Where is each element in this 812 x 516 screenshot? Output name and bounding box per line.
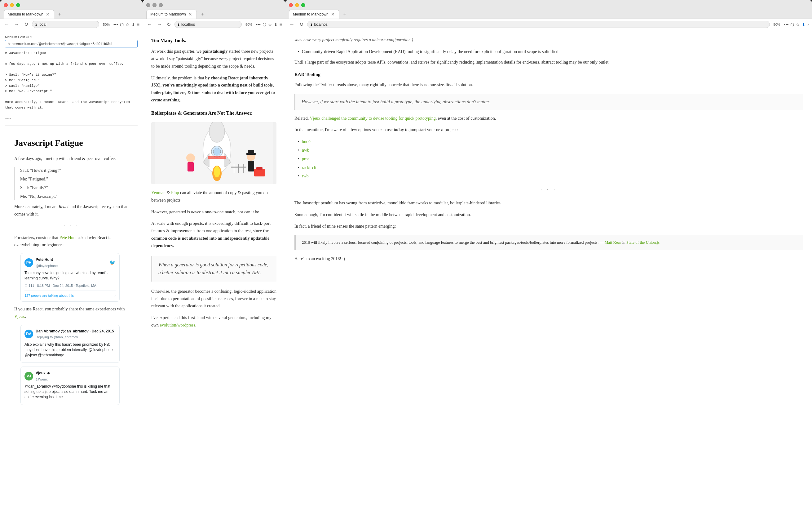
back-button[interactable]: ← bbox=[3, 21, 10, 28]
address-text-right: localhos bbox=[314, 22, 766, 27]
close-button[interactable] bbox=[4, 3, 8, 7]
budo-link[interactable]: budō bbox=[302, 139, 311, 144]
back-button-mid[interactable]: ← bbox=[146, 21, 153, 28]
prot-link[interactable]: prot bbox=[302, 157, 309, 161]
new-tab-button-right[interactable]: + bbox=[341, 10, 349, 19]
address-bar[interactable]: ℹ local bbox=[32, 21, 99, 28]
download-icon-mid[interactable]: ⬇ bbox=[274, 22, 278, 27]
tweet-dan-user: DA Dan Abramov @dan_abramov · Dec 24, 20… bbox=[25, 328, 114, 340]
tweet-pete-hunt: PH Pete Hunt @floydophone 🐦 Too many new… bbox=[21, 253, 120, 302]
yeoman-link[interactable]: Yeoman bbox=[151, 190, 166, 195]
tweet-talking[interactable]: 127 people are talking about this bbox=[25, 293, 74, 299]
tweet-vjeux-info: Vjeux ☻ @Vjeux bbox=[36, 370, 51, 382]
tweet-more-icon[interactable]: › bbox=[114, 293, 116, 299]
more-icon-right[interactable]: ••• bbox=[784, 22, 789, 27]
maximize-button-mid[interactable] bbox=[159, 3, 163, 7]
pocket-icon-mid[interactable]: ⬡ bbox=[262, 22, 266, 27]
refresh-button[interactable]: ↻ bbox=[23, 21, 29, 28]
url-input[interactable] bbox=[5, 40, 138, 48]
plop-link[interactable]: Plop bbox=[171, 190, 179, 195]
tab-close-icon-right[interactable]: ✕ bbox=[330, 12, 335, 17]
browser-window-left: Medium to Markdown ✕ + ← → ↻ ℹ local 50%… bbox=[0, 0, 143, 516]
svg-rect-20 bbox=[254, 169, 265, 176]
minimize-button[interactable] bbox=[10, 3, 14, 7]
address-bar-right[interactable]: ℹ localhos bbox=[307, 21, 770, 28]
maximize-button[interactable] bbox=[16, 3, 20, 7]
tab-close-icon[interactable]: ✕ bbox=[45, 12, 50, 17]
forward-button-mid[interactable]: → bbox=[155, 21, 163, 28]
rwb-link[interactable]: rwb bbox=[302, 174, 309, 178]
dots-separator-right: · · · bbox=[294, 185, 803, 194]
more-icon-mid[interactable]: ••• bbox=[256, 22, 261, 27]
forward-button[interactable]: → bbox=[13, 21, 21, 28]
download-icon-right[interactable]: ⬇ bbox=[802, 22, 806, 27]
zoom-level: 50% bbox=[102, 23, 111, 26]
refresh-button-right[interactable]: ↻ bbox=[298, 21, 304, 28]
tweet-vjeux-handle: @Vjeux bbox=[36, 377, 51, 382]
star-icon-right[interactable]: ☆ bbox=[796, 22, 800, 27]
minimize-button-mid[interactable] bbox=[152, 3, 156, 7]
vjeux-challenged-link[interactable]: Vjeux challenged the community to devise… bbox=[310, 116, 436, 120]
content-mid[interactable]: Too Many Tools. At work this past quarte… bbox=[143, 30, 285, 516]
tweet-avatar-dan: DA bbox=[25, 330, 33, 338]
title-bar-right: Medium to Markdown ✕ + bbox=[285, 0, 812, 19]
tweet-dan-reply: Replying to @dan_abramov bbox=[36, 334, 114, 340]
rackt-cli-link[interactable]: rackt-cli bbox=[302, 165, 316, 170]
svg-rect-14 bbox=[246, 153, 256, 155]
pete-hunt-link[interactable]: Pete Hunt bbox=[59, 235, 77, 240]
pocket-icon-right[interactable]: ⬡ bbox=[790, 22, 794, 27]
vjeux-intro: If you use React, you probably share the… bbox=[14, 305, 128, 320]
state-of-union-link[interactable]: State of the Union.js bbox=[626, 240, 660, 245]
refresh-button-mid[interactable]: ↻ bbox=[166, 21, 172, 28]
article-preview: Javascript Fatigue A few days ago, I met… bbox=[5, 129, 138, 415]
tab-medium-markdown-mid[interactable]: Medium to Markdown ✕ bbox=[146, 9, 197, 19]
download-icon[interactable]: ⬇ bbox=[132, 22, 135, 27]
following-twitter-p: Following the Twitter threads above, man… bbox=[294, 81, 803, 89]
soon-p: Soon enough, I'm confident it will settl… bbox=[294, 211, 803, 219]
community-rad-list: Community-driven Rapid Application Devel… bbox=[297, 48, 803, 55]
tweet-name: Pete Hunt bbox=[36, 256, 58, 263]
matt-keas-link[interactable]: Matt Keas bbox=[605, 240, 621, 245]
content-right[interactable]: somehow every project magically requires… bbox=[285, 30, 812, 516]
minimize-button-right[interactable] bbox=[295, 3, 299, 7]
menu-icon-right[interactable]: › bbox=[807, 22, 809, 27]
tab-medium-markdown[interactable]: Medium to Markdown ✕ bbox=[4, 9, 54, 19]
evolution-wordpress-link[interactable]: evolution/wordpress bbox=[160, 323, 195, 327]
tabs-row: Medium to Markdown ✕ + bbox=[4, 9, 139, 19]
browser-window-right: Medium to Markdown ✕ + ← ↻ ℹ localhos 50… bbox=[285, 0, 812, 516]
close-button-mid[interactable] bbox=[146, 3, 150, 7]
tabs-row-right: Medium to Markdown ✕ + bbox=[289, 9, 808, 19]
article-blockquote: Saul: "How's it going?" Me: "Fatigued." … bbox=[14, 167, 128, 200]
unicorn-config-p: somehow every project magically requires… bbox=[294, 36, 803, 44]
close-button-right[interactable] bbox=[289, 3, 293, 7]
new-tab-button-mid[interactable]: + bbox=[198, 10, 207, 19]
tab-medium-markdown-right[interactable]: Medium to Markdown ✕ bbox=[289, 9, 339, 19]
toolbar-icons-mid: ••• ⬡ ☆ ⬇ ≡ bbox=[256, 22, 282, 27]
address-text-mid: localhos bbox=[181, 22, 238, 27]
menu-icon-mid[interactable]: ≡ bbox=[280, 22, 282, 27]
firsthand-p: I've experienced this first-hand with se… bbox=[151, 314, 277, 329]
address-bar-mid[interactable]: ℹ localhos bbox=[174, 21, 242, 28]
final-blockquote: 2016 will likely involve a serious, focu… bbox=[294, 235, 803, 250]
vjeux-link[interactable]: Vjeux bbox=[14, 314, 25, 319]
tab-close-icon-mid[interactable]: ✕ bbox=[188, 12, 193, 17]
pocket-icon[interactable]: ⬡ bbox=[120, 22, 124, 27]
bullet-budo: budō bbox=[297, 138, 803, 145]
star-icon-mid[interactable]: ☆ bbox=[268, 22, 272, 27]
toolbar-icons-right: ••• ⬡ ☆ ⬇ › bbox=[784, 22, 809, 27]
content-left[interactable]: Medium Post URL # Javascript Fatigue A f… bbox=[0, 30, 143, 516]
more-icon[interactable]: ••• bbox=[113, 22, 118, 27]
too-many-tools-p1: At work this past quarter, we painstakin… bbox=[151, 48, 277, 70]
new-tab-button[interactable]: + bbox=[56, 10, 64, 19]
menu-icon[interactable]: ≡ bbox=[137, 22, 140, 27]
maximize-button-right[interactable] bbox=[301, 3, 305, 7]
bullet-prot: prot bbox=[297, 155, 803, 163]
tweet-user-info: Pete Hunt @floydophone bbox=[36, 256, 58, 269]
svg-rect-13 bbox=[248, 150, 254, 153]
back-button-right[interactable]: ← bbox=[288, 21, 296, 28]
blockquote-prototype-text: However, if we start with the intent to … bbox=[301, 98, 796, 105]
zoom-level-right: 50% bbox=[772, 23, 782, 26]
nwb-link[interactable]: nwb bbox=[302, 148, 309, 153]
tab-title-mid: Medium to Markdown bbox=[150, 12, 186, 17]
star-icon[interactable]: ☆ bbox=[125, 22, 129, 27]
